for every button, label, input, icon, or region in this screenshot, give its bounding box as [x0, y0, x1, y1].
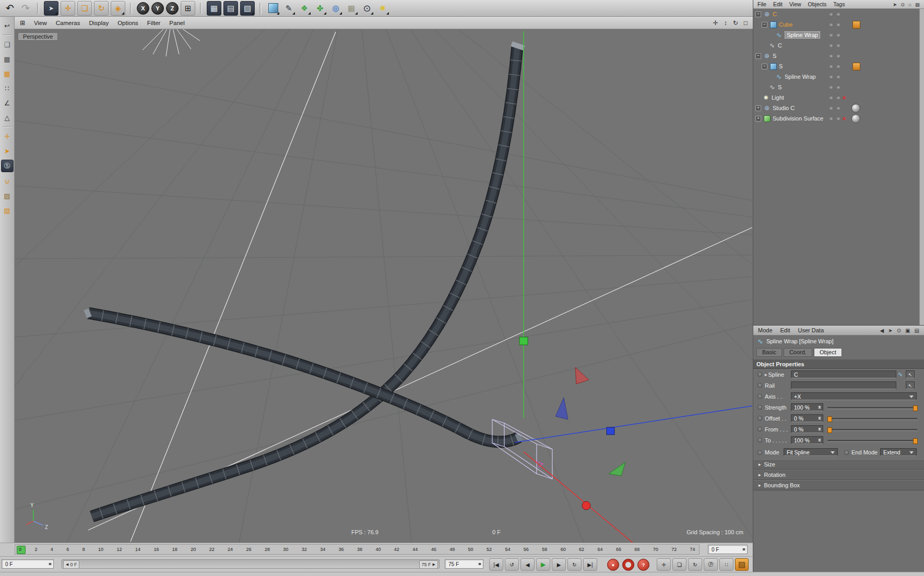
- animation-dot[interactable]: [757, 405, 762, 410]
- search-icon[interactable]: ⊙: [897, 328, 901, 333]
- tree-item-spline-wrap-2[interactable]: ∿ Spline Wrap: [753, 71, 924, 82]
- object-label[interactable]: S: [779, 63, 783, 69]
- object-label[interactable]: C: [778, 42, 782, 49]
- cursor-icon[interactable]: ➤: [888, 328, 892, 333]
- lock-icon[interactable]: ▣: [905, 328, 910, 333]
- object-label[interactable]: Subdivision Surface: [773, 115, 823, 122]
- toggle-view-icon[interactable]: □: [744, 19, 748, 27]
- range-start-handle[interactable]: ◀ 0 F: [63, 560, 79, 569]
- animation-dot[interactable]: [844, 450, 849, 455]
- section-rotation[interactable]: ▸ Rotation: [753, 470, 924, 480]
- snap-icon[interactable]: Ⓢ: [1, 160, 14, 172]
- pan-view-icon[interactable]: ✛: [713, 19, 718, 27]
- end-mode-dropdown[interactable]: Extend: [880, 448, 917, 456]
- tab-basic[interactable]: Basic: [756, 348, 782, 357]
- goto-end-button[interactable]: ▶|: [583, 558, 597, 571]
- add-generator-button[interactable]: ❖: [298, 2, 311, 15]
- enable-axis-icon[interactable]: ✛: [2, 130, 13, 142]
- keyframe-selection-button[interactable]: ∷: [719, 558, 733, 571]
- object-label[interactable]: S: [773, 53, 776, 59]
- range-start-field[interactable]: 0 F: [2, 559, 54, 569]
- object-label[interactable]: Light: [772, 94, 784, 101]
- scale-tool[interactable]: ❏: [77, 1, 92, 16]
- render-picture-viewer-button[interactable]: ▤: [223, 1, 238, 16]
- xpresso-tag-icon[interactable]: [852, 21, 860, 29]
- menu-view[interactable]: View: [34, 20, 47, 26]
- menu-file[interactable]: File: [757, 1, 766, 7]
- current-frame-field[interactable]: 0 F: [708, 545, 748, 554]
- rotate-keys-button[interactable]: ↻: [688, 558, 702, 571]
- goto-start-button[interactable]: |◀: [489, 558, 503, 571]
- menu-filter[interactable]: Filter: [147, 20, 161, 26]
- axis-dropdown[interactable]: +X: [791, 392, 917, 400]
- move-tool[interactable]: ✛: [61, 1, 75, 16]
- tree-item-spline-wrap-1[interactable]: ∿ Spline Wrap: [753, 30, 924, 40]
- paint-button[interactable]: ▨: [735, 558, 749, 571]
- menu-cameras[interactable]: Cameras: [56, 20, 80, 26]
- material-thumbnail[interactable]: [851, 104, 860, 113]
- lock-y-button[interactable]: Y: [151, 2, 164, 15]
- object-manager-scrollbar[interactable]: [919, 9, 924, 326]
- tree-item-s-cube[interactable]: − S: [753, 61, 924, 71]
- y-axis-handle[interactable]: [519, 337, 528, 345]
- model-mode-icon[interactable]: ❑: [2, 39, 13, 50]
- expand-arrow-icon[interactable]: ▸: [765, 372, 767, 377]
- animation-dot[interactable]: [757, 438, 762, 442]
- visibility-dots[interactable]: [830, 65, 840, 68]
- x-axis-handle[interactable]: [582, 501, 590, 510]
- from-input[interactable]: 0 %: [791, 425, 823, 433]
- visibility-dots[interactable]: [830, 75, 840, 78]
- visibility-dots[interactable]: [830, 117, 840, 120]
- visibility-dots[interactable]: [830, 106, 840, 110]
- tree-item-subdivision-surface[interactable]: + Subdivision Surface ✕: [753, 113, 924, 124]
- collapse-icon[interactable]: −: [755, 11, 761, 17]
- polygons-mode-icon[interactable]: △: [2, 112, 13, 123]
- menu-display[interactable]: Display: [89, 20, 109, 26]
- menu-objects[interactable]: Objects: [808, 1, 827, 7]
- add-camera-button[interactable]: ⊙: [360, 2, 374, 15]
- collapse-icon[interactable]: −: [755, 53, 761, 59]
- texture-paint-icon[interactable]: ▨: [2, 190, 13, 201]
- xpresso-tag-icon[interactable]: [852, 63, 860, 70]
- last-used-tool[interactable]: ◈: [111, 1, 125, 16]
- strength-input[interactable]: 100 %: [791, 403, 823, 411]
- object-label[interactable]: C: [773, 11, 777, 17]
- offset-slider[interactable]: [827, 418, 917, 420]
- dolly-view-icon[interactable]: ↕: [724, 19, 727, 27]
- to-slider[interactable]: [827, 440, 917, 442]
- record-button[interactable]: ●: [607, 559, 619, 571]
- previous-frame-button[interactable]: ◀: [520, 558, 535, 571]
- parameter-record-button[interactable]: Ⓟ: [704, 558, 718, 571]
- section-size[interactable]: ▸ Size: [753, 459, 924, 470]
- menu-edit[interactable]: Edit: [773, 1, 783, 7]
- texture-mode-icon[interactable]: ▩: [2, 53, 13, 65]
- rotate-tool[interactable]: ↻: [94, 1, 109, 16]
- expand-icon[interactable]: +: [755, 105, 761, 111]
- undo-history-icon[interactable]: ↩: [2, 20, 13, 31]
- loop-button[interactable]: ↻: [567, 558, 582, 571]
- animation-dot[interactable]: [757, 416, 762, 421]
- animation-dot[interactable]: [757, 394, 762, 399]
- object-label[interactable]: Studio C: [773, 105, 795, 111]
- range-end-field[interactable]: 75 F: [445, 559, 483, 569]
- redo-button[interactable]: ↷: [19, 2, 32, 14]
- to-input[interactable]: 100 %: [791, 436, 823, 444]
- z-axis-handle[interactable]: [607, 427, 614, 435]
- object-label[interactable]: Spline Wrap: [785, 31, 820, 39]
- from-slider[interactable]: [827, 429, 917, 431]
- tree-item-s-spline[interactable]: ∿ S: [753, 82, 924, 92]
- rotate-view-icon[interactable]: ↻: [733, 19, 738, 27]
- object-label[interactable]: Cube: [779, 21, 792, 28]
- animation-dot[interactable]: [757, 450, 762, 455]
- workplane-mode-icon[interactable]: ▦: [2, 68, 13, 79]
- menu-mode[interactable]: Mode: [758, 327, 773, 333]
- undo-button[interactable]: ↶: [3, 2, 17, 14]
- tree-item-c-null[interactable]: − ⊕ C: [753, 9, 924, 19]
- pick-object-button[interactable]: ↖: [906, 381, 915, 389]
- add-spline-button[interactable]: ✎: [282, 2, 295, 15]
- animation-dot[interactable]: [757, 372, 762, 377]
- viewport-menu-icon[interactable]: ⊞: [20, 19, 25, 27]
- tree-item-c-spline[interactable]: ∿ C: [753, 40, 924, 51]
- live-selection-tool[interactable]: ➤: [44, 1, 58, 16]
- tab-object[interactable]: Object: [814, 348, 842, 357]
